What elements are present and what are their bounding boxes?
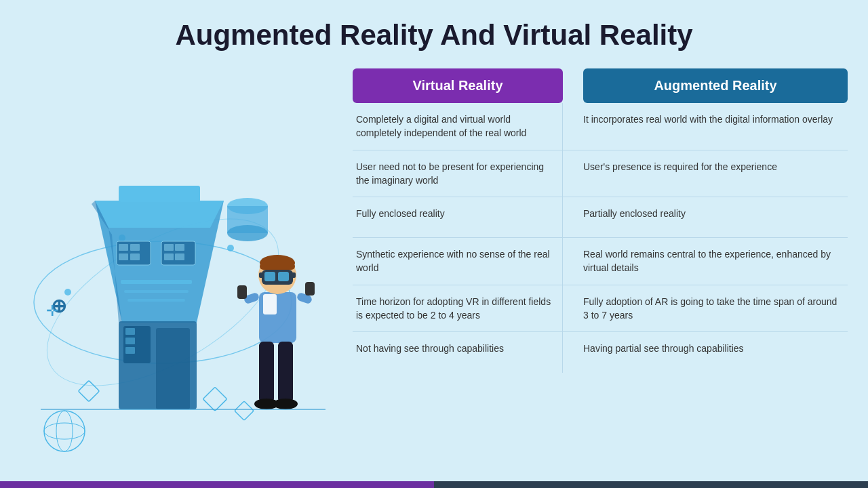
svg-rect-22 — [124, 290, 189, 293]
vr-header: Virtual Reality — [353, 68, 563, 103]
svg-rect-27 — [203, 387, 226, 411]
ar-cell-4: Real world remains central to the experi… — [576, 238, 848, 285]
svg-rect-17 — [164, 244, 174, 251]
bottom-bar-purple — [0, 481, 434, 488]
svg-rect-45 — [278, 342, 293, 403]
vr-cell-1: Completely a digital and virtual world c… — [353, 103, 563, 150]
svg-rect-44 — [259, 342, 274, 403]
ar-cell-3: Partially enclosed reality — [576, 197, 848, 237]
svg-rect-39 — [263, 294, 277, 314]
svg-rect-21 — [121, 280, 192, 284]
svg-point-26 — [227, 225, 268, 241]
ar-cell-5: Fully adoption of AR is going to take th… — [576, 285, 848, 332]
svg-point-57 — [44, 411, 85, 451]
svg-rect-18 — [175, 244, 184, 251]
table-row: Time horizon for adopting VR in differen… — [353, 285, 848, 333]
svg-rect-28 — [235, 401, 254, 420]
svg-rect-23 — [127, 299, 185, 302]
vr-cell-3: Fully enclosed reality — [353, 197, 563, 237]
svg-rect-42 — [237, 285, 247, 299]
bottom-bar — [0, 481, 868, 488]
svg-rect-33 — [125, 338, 135, 344]
vr-cell-2: User need not to be present for experien… — [353, 150, 563, 197]
svg-rect-14 — [130, 253, 140, 260]
table-row: User need not to be present for experien… — [353, 150, 848, 198]
svg-rect-19 — [164, 253, 174, 260]
svg-rect-53 — [278, 272, 289, 281]
svg-rect-32 — [125, 328, 135, 335]
illustration-area: ⊕ ✛ — [0, 65, 353, 479]
comparison-table-area: Virtual Reality Augmented Reality Comple… — [353, 65, 868, 479]
table-row: Fully enclosed reality Partially enclose… — [353, 197, 848, 238]
vr-cell-4: Synthetic experience with no sense of th… — [353, 238, 563, 285]
ar-header: Augmented Reality — [583, 68, 848, 103]
bottom-bar-dark — [434, 481, 868, 488]
ar-cell-2: User's presence is required for the expe… — [576, 150, 848, 197]
svg-rect-52 — [264, 272, 275, 281]
vr-illustration: ⊕ ✛ — [14, 92, 326, 472]
svg-rect-12 — [130, 244, 140, 251]
svg-point-58 — [44, 423, 85, 439]
svg-point-59 — [56, 411, 73, 451]
table-row: Completely a digital and virtual world c… — [353, 103, 848, 150]
svg-rect-54 — [259, 272, 263, 278]
svg-text:✛: ✛ — [46, 302, 58, 319]
ar-cell-1: It incorporates real world with the digi… — [576, 103, 848, 150]
comparison-rows: Completely a digital and virtual world c… — [353, 103, 848, 373]
svg-rect-50 — [260, 263, 295, 270]
vr-cell-6: Not having see through capabilities — [353, 332, 563, 373]
svg-rect-11 — [119, 244, 128, 251]
svg-marker-6 — [95, 201, 224, 228]
vr-cell-5: Time horizon for adopting VR in differen… — [353, 285, 563, 332]
svg-rect-55 — [292, 272, 296, 278]
svg-rect-35 — [156, 328, 190, 409]
table-row: Synthetic experience with no sense of th… — [353, 238, 848, 285]
svg-rect-20 — [175, 253, 184, 260]
svg-point-3 — [227, 245, 234, 251]
svg-rect-8 — [119, 186, 200, 202]
ar-cell-6: Having partial see through capabilities — [576, 332, 848, 373]
page-title: Augmented Reality And Virtual Reality — [0, 0, 868, 65]
svg-rect-34 — [125, 347, 135, 354]
svg-point-47 — [273, 399, 298, 409]
svg-rect-29 — [78, 380, 99, 401]
svg-rect-13 — [119, 253, 128, 260]
svg-point-2 — [64, 289, 71, 296]
table-headers: Virtual Reality Augmented Reality — [353, 68, 848, 103]
svg-rect-43 — [305, 282, 315, 296]
table-row: Not having see through capabilities Havi… — [353, 332, 848, 373]
